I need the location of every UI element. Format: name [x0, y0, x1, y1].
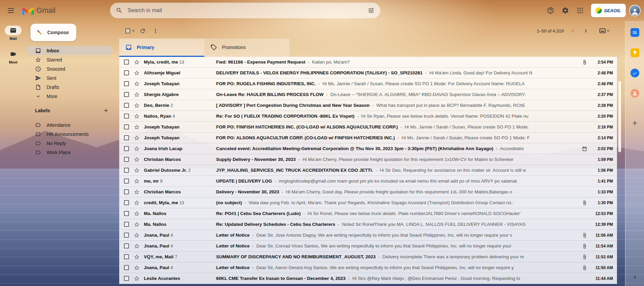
select-all-control[interactable] — [125, 28, 136, 33]
tasks-app-button[interactable] — [629, 67, 641, 79]
star-icon[interactable] — [134, 59, 140, 65]
star-icon[interactable] — [134, 221, 140, 228]
newer-page-button[interactable] — [566, 24, 579, 37]
get-addons-button[interactable] — [629, 117, 641, 129]
star-icon[interactable] — [134, 157, 140, 163]
email-row[interactable]: Joana, Paul4 Letter of Notice - Dear Sir… — [119, 262, 617, 273]
email-select-checkbox[interactable] — [124, 59, 129, 65]
star-icon[interactable] — [134, 200, 140, 206]
email-row[interactable]: me, mr9 UPDATE | DELIVERY LOG - mrglogis… — [119, 176, 617, 187]
sidebar-item-starred[interactable]: Starred — [26, 55, 112, 64]
star-icon[interactable] — [134, 124, 140, 130]
sidebar-label-hr-announcements[interactable]: HR Announcements — [26, 129, 112, 139]
support-button[interactable] — [543, 3, 558, 18]
star-icon[interactable] — [134, 189, 140, 195]
settings-button[interactable] — [558, 3, 573, 18]
star-icon[interactable] — [134, 232, 140, 238]
sidebar-item-inbox[interactable]: Inbox — [26, 46, 112, 55]
select-dropdown-caret-icon[interactable] — [131, 28, 136, 33]
sidebar-item-more[interactable]: More — [26, 92, 112, 101]
older-page-button[interactable] — [579, 24, 592, 37]
split-view-toggle[interactable] — [599, 28, 611, 33]
email-select-checkbox[interactable] — [124, 168, 129, 173]
email-select-checkbox[interactable] — [124, 222, 129, 227]
sidebar-label-attendance[interactable]: Attendance — [26, 120, 112, 129]
contacts-app-button[interactable] — [629, 87, 641, 99]
star-icon[interactable] — [134, 211, 140, 217]
sidebar-label-work-place[interactable]: Work Place — [26, 148, 112, 157]
account-avatar[interactable] — [629, 5, 641, 16]
apps-button[interactable] — [573, 3, 588, 18]
main-menu-button[interactable] — [3, 3, 18, 18]
sidebar-item-drafts[interactable]: Drafts — [26, 82, 112, 92]
email-select-checkbox[interactable] — [124, 254, 129, 259]
email-row[interactable]: credit, Myla, me13 (no subject) - Wala d… — [119, 197, 617, 208]
email-row[interactable]: Leslie Acurantes 60KL CME Transfer Ex Ir… — [119, 273, 617, 284]
star-icon[interactable] — [134, 146, 140, 152]
email-select-checkbox[interactable] — [124, 189, 129, 194]
email-select-checkbox[interactable] — [124, 124, 129, 129]
search-bar[interactable] — [110, 3, 380, 18]
email-select-checkbox[interactable] — [124, 211, 129, 216]
compose-button[interactable]: Compose — [30, 24, 76, 41]
star-icon[interactable] — [134, 178, 140, 184]
email-select-checkbox[interactable] — [124, 81, 129, 86]
sidebar-item-snoozed[interactable]: Snoozed — [26, 64, 112, 73]
email-row[interactable]: Joseph Tubayan FOR PO: FINFISH HATCHERIE… — [119, 122, 617, 133]
search-options-icon[interactable] — [365, 4, 378, 17]
email-row[interactable]: VQY, me, Mail7 SUMMARY OF DISCREPANCY AN… — [119, 252, 617, 262]
star-icon[interactable] — [134, 113, 140, 119]
email-row[interactable]: Ma. Nallos Re: Updated Delivery Schedule… — [119, 219, 617, 230]
email-row[interactable]: Nallos, Ryan4 Re: For SO ( FUELIX TRADIN… — [119, 111, 617, 122]
select-all-checkbox[interactable] — [125, 28, 130, 33]
email-select-checkbox[interactable] — [124, 135, 129, 140]
star-icon[interactable] — [134, 81, 140, 87]
hide-side-panel-button[interactable] — [632, 274, 638, 281]
keep-app-button[interactable] — [629, 47, 641, 59]
email-select-checkbox[interactable] — [124, 103, 129, 108]
rail-item-meet[interactable]: Meet — [5, 49, 22, 64]
sidebar-item-sent[interactable]: Sent — [26, 73, 112, 82]
email-row[interactable]: Christian Marcos Supply Delivery - Novem… — [119, 154, 617, 165]
email-row[interactable]: Joseph Tubayan FOR PO: ALSONS AQUACULTUR… — [119, 133, 617, 143]
star-icon[interactable] — [134, 243, 140, 249]
star-icon[interactable] — [134, 276, 140, 282]
email-row[interactable]: Joseph Tubayan FOR PO: RUGELA FISHING IN… — [119, 78, 617, 89]
email-row[interactable]: Alihramje Miguel DELIVERY DETAILS - VELO… — [119, 68, 617, 78]
scrollbar-thumb[interactable] — [618, 81, 621, 152]
email-select-checkbox[interactable] — [124, 200, 129, 205]
star-icon[interactable] — [134, 265, 140, 271]
tab-promotions[interactable]: Promotions — [204, 39, 289, 57]
star-icon[interactable] — [134, 70, 140, 76]
email-select-checkbox[interactable] — [124, 92, 129, 97]
refresh-button[interactable] — [136, 24, 149, 37]
star-icon[interactable] — [134, 102, 140, 109]
email-row[interactable]: Joana, Paul4 Letter of Notice - Dear Sir… — [119, 241, 617, 252]
email-select-checkbox[interactable] — [124, 243, 129, 248]
email-row[interactable]: Joana, Paul4 Letter of Notice - Dear Sir… — [119, 230, 617, 241]
star-icon[interactable] — [134, 92, 140, 98]
email-row[interactable]: Christian Marcos Delivery - November 30,… — [119, 187, 617, 197]
tab-primary[interactable]: Primary — [119, 39, 204, 57]
star-icon[interactable] — [134, 167, 140, 173]
email-row[interactable]: Myla, credit, me13 Fwd: 961166 - Expense… — [119, 57, 617, 68]
email-select-checkbox[interactable] — [124, 114, 129, 119]
email-select-checkbox[interactable] — [124, 70, 129, 75]
email-row[interactable]: Shergie Algabre On-Leave Re: HAULER BILL… — [119, 89, 617, 100]
email-select-checkbox[interactable] — [124, 233, 129, 238]
search-input[interactable] — [126, 7, 365, 14]
star-icon[interactable] — [134, 135, 140, 141]
email-row[interactable]: Ma. Nallos Re: PO#1 | Cebu Sea Charterer… — [119, 208, 617, 219]
search-icon[interactable] — [113, 4, 126, 17]
email-row[interactable]: Deo, Bernie2 [ ADVISORY ] Port Congestio… — [119, 100, 617, 111]
star-icon[interactable] — [134, 254, 140, 260]
email-select-checkbox[interactable] — [124, 276, 129, 281]
sidebar-label-no-reply[interactable]: No Reply — [26, 139, 112, 148]
more-options-button[interactable] — [149, 24, 162, 37]
create-label-button[interactable] — [103, 108, 109, 114]
email-select-checkbox[interactable] — [124, 178, 129, 184]
email-select-checkbox[interactable] — [124, 265, 129, 270]
email-select-checkbox[interactable] — [124, 157, 129, 162]
gmail-logo[interactable]: Gmail — [22, 6, 55, 15]
email-row[interactable]: Joana Irish Lacap Canceled event: Accred… — [119, 143, 617, 154]
